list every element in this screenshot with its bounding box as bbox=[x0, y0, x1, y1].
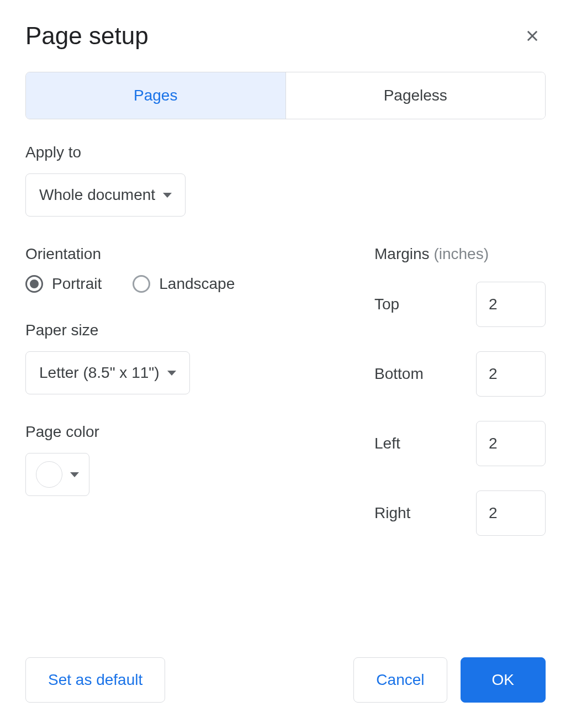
tab-pageless[interactable]: Pageless bbox=[286, 72, 546, 119]
cancel-button[interactable]: Cancel bbox=[353, 657, 447, 703]
paper-size-label: Paper size bbox=[25, 321, 341, 339]
dialog-footer: Set as default Cancel OK bbox=[25, 657, 546, 703]
caret-down-icon bbox=[163, 193, 172, 198]
margins-section: Margins (inches) Top Bottom Left Right bbox=[374, 245, 546, 536]
close-button[interactable] bbox=[519, 23, 546, 49]
margin-bottom-row: Bottom bbox=[374, 351, 546, 397]
caret-down-icon bbox=[70, 472, 79, 477]
margin-top-label: Top bbox=[374, 296, 399, 313]
page-color-dropdown[interactable] bbox=[25, 453, 89, 496]
margin-right-input[interactable] bbox=[476, 490, 546, 536]
margin-right-row: Right bbox=[374, 490, 546, 536]
orientation-label: Orientation bbox=[25, 245, 341, 263]
margin-bottom-input[interactable] bbox=[476, 351, 546, 397]
orientation-landscape-radio[interactable]: Landscape bbox=[133, 275, 235, 293]
tab-pages[interactable]: Pages bbox=[26, 72, 286, 119]
margin-left-label: Left bbox=[374, 435, 400, 452]
dialog-header: Page setup bbox=[25, 22, 546, 50]
ok-button[interactable]: OK bbox=[461, 657, 546, 703]
caret-down-icon bbox=[167, 371, 176, 376]
orientation-portrait-label: Portrait bbox=[52, 275, 102, 293]
margin-left-input[interactable] bbox=[476, 421, 546, 466]
orientation-portrait-radio[interactable]: Portrait bbox=[25, 275, 102, 293]
tabs: Pages Pageless bbox=[25, 72, 546, 119]
margins-label-text: Margins bbox=[374, 245, 430, 262]
margins-unit: (inches) bbox=[433, 245, 489, 262]
margin-right-label: Right bbox=[374, 504, 410, 522]
orientation-landscape-label: Landscape bbox=[159, 275, 235, 293]
margins-label: Margins (inches) bbox=[374, 245, 546, 263]
paper-size-section: Paper size Letter (8.5" x 11") bbox=[25, 321, 341, 394]
margin-bottom-label: Bottom bbox=[374, 365, 424, 383]
paper-size-value: Letter (8.5" x 11") bbox=[39, 364, 160, 382]
orientation-radio-group: Portrait Landscape bbox=[25, 275, 341, 293]
apply-to-section: Apply to Whole document bbox=[25, 144, 546, 217]
page-color-label: Page color bbox=[25, 423, 341, 441]
margin-top-input[interactable] bbox=[476, 282, 546, 327]
paper-size-dropdown[interactable]: Letter (8.5" x 11") bbox=[25, 351, 190, 394]
orientation-section: Orientation Portrait Landscape bbox=[25, 245, 341, 293]
margin-top-row: Top bbox=[374, 282, 546, 327]
set-as-default-button[interactable]: Set as default bbox=[25, 657, 165, 703]
page-color-section: Page color bbox=[25, 423, 341, 496]
apply-to-dropdown[interactable]: Whole document bbox=[25, 173, 186, 217]
radio-unchecked-icon bbox=[133, 275, 150, 293]
radio-checked-icon bbox=[25, 275, 43, 293]
margin-left-row: Left bbox=[374, 421, 546, 466]
apply-to-label: Apply to bbox=[25, 144, 546, 161]
dialog-title: Page setup bbox=[25, 22, 149, 50]
apply-to-value: Whole document bbox=[39, 186, 155, 204]
color-swatch-icon bbox=[36, 461, 62, 488]
close-icon bbox=[525, 28, 540, 44]
